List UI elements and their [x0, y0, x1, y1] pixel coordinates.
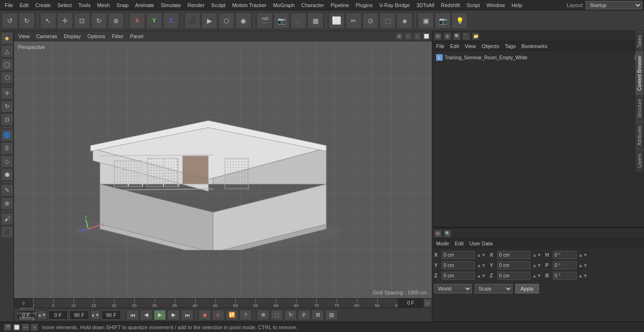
obj-menu-file[interactable]: File — [434, 43, 446, 49]
auto-key-button[interactable]: K — [212, 310, 224, 320]
attr-menu-mode[interactable]: Mode — [434, 240, 451, 247]
extrude-btn[interactable]: ⊕ — [1, 197, 13, 210]
menu-pipeline[interactable]: Pipeline — [328, 1, 352, 9]
tab-layers[interactable]: Layers — [636, 149, 644, 171]
menu-file[interactable]: File — [2, 1, 16, 9]
rotate-extra-btn[interactable]: ↻ — [284, 310, 297, 320]
menu-mesh[interactable]: Mesh — [94, 1, 113, 9]
frame-current-input[interactable] — [48, 310, 68, 320]
b-input[interactable] — [553, 272, 577, 280]
viewport-icon-4[interactable]: ⬜ — [422, 32, 430, 40]
world-dropdown[interactable]: World — [434, 284, 472, 293]
knife-button[interactable]: ⊙ — [363, 13, 379, 29]
move-tool-button[interactable]: ✛ — [57, 13, 73, 29]
x-rot-input[interactable] — [497, 251, 530, 259]
obj-toolbar-icon-4[interactable]: ⬛ — [462, 32, 470, 40]
apply-button[interactable]: Apply — [515, 284, 539, 293]
loop-button[interactable]: 🔁 — [226, 310, 238, 320]
frame-end-input[interactable] — [69, 310, 89, 320]
status-icon-render[interactable]: 🎬 — [4, 324, 11, 331]
redo-button[interactable]: ↻ — [19, 13, 35, 29]
scale-sidebar-btn[interactable]: ⊡ — [1, 113, 13, 126]
grid-btn[interactable]: ⊞ — [312, 310, 324, 320]
p-input[interactable] — [553, 261, 577, 269]
paint-button[interactable]: ✏ — [346, 13, 362, 29]
undo-button[interactable]: ↺ — [2, 13, 18, 29]
timeline-ruler[interactable]: 051015202530354045505560657075808590 — [33, 299, 397, 308]
x-axis-button[interactable]: X — [129, 13, 145, 29]
transform-tool-button[interactable]: ⊕ — [108, 13, 124, 29]
menu-help[interactable]: Help — [509, 1, 525, 9]
menu-animate[interactable]: Animate — [132, 1, 157, 9]
viewport-menu-panel[interactable]: Panel — [128, 32, 146, 40]
mirror-button[interactable]: ◈ — [396, 13, 413, 29]
play-button[interactable]: ▶ — [154, 310, 166, 320]
z-pos-input[interactable] — [442, 272, 475, 280]
menu-mograph[interactable]: MoGraph — [270, 1, 297, 9]
viewport-menu-cameras[interactable]: Cameras — [34, 32, 60, 40]
render-to-picture-button[interactable]: 📷 — [273, 13, 289, 29]
last-btn[interactable]: ▤ — [325, 310, 338, 320]
h-input[interactable] — [553, 251, 577, 259]
menu-select[interactable]: Select — [55, 1, 75, 9]
vertex-tool-btn[interactable]: ⬡ — [1, 72, 13, 84]
menu-simulate[interactable]: Simulate — [158, 1, 184, 9]
bridge-button[interactable]: ⬚ — [380, 13, 396, 29]
select-tool-button[interactable]: ↖ — [40, 13, 56, 29]
tab-takes[interactable]: Takes — [636, 31, 644, 51]
camera-button[interactable]: 📷 — [435, 13, 451, 29]
snap-tool-btn[interactable]: ⊕ — [257, 310, 269, 320]
menu-snap[interactable]: Snap — [114, 1, 132, 9]
render-active-button[interactable]: 🎥 — [290, 13, 306, 29]
frame-end-stepper[interactable]: ▲▼ — [91, 310, 100, 320]
viewport-icon-3[interactable]: ↕ — [413, 32, 421, 40]
scale-dropdown[interactable]: Scale — [475, 284, 512, 293]
z-axis-button[interactable]: Z — [163, 13, 179, 29]
tab-structure[interactable]: Structure — [636, 95, 644, 122]
menu-plugins[interactable]: Plugins — [353, 1, 375, 9]
object-tool-btn[interactable]: ◆ — [1, 32, 13, 44]
attr-toolbar-icon-1[interactable]: ⊞ — [434, 230, 442, 237]
attr-toolbar-icon-search[interactable]: 🔍 — [444, 230, 451, 237]
vertex-mode-button[interactable]: ◉ — [235, 13, 251, 29]
object-mode-button[interactable]: ⬛ — [184, 13, 200, 29]
obj-toolbar-icon-2[interactable]: ⊕ — [444, 32, 451, 40]
menu-tools[interactable]: Tools — [75, 1, 93, 9]
polygon-tool-btn[interactable]: △ — [1, 45, 13, 57]
cube-nav-button[interactable]: ⬜ — [329, 13, 345, 29]
menu-redshift[interactable]: Redshift — [438, 1, 462, 9]
sculpt-sidebar-btn[interactable]: ⬛ — [1, 226, 13, 238]
object-item-main[interactable]: L Training_Seminar_Room_Empty_White — [434, 53, 642, 62]
status-icon-close[interactable]: × — [31, 324, 38, 331]
prev-frame-button[interactable]: ◀ — [140, 310, 152, 320]
timeline-ruler-bar[interactable]: 0 051015202530354045505560657075808590 0… — [14, 298, 432, 308]
obj-menu-bookmarks[interactable]: Bookmarks — [520, 43, 549, 49]
z-rot-input[interactable] — [497, 272, 530, 280]
menu-motion-tracker[interactable]: Motion Tracker — [229, 1, 269, 9]
viewport-menu-options[interactable]: Options — [85, 32, 107, 40]
deform-btn[interactable]: ◇ — [1, 155, 13, 168]
scale-tool-button[interactable]: ⊡ — [74, 13, 90, 29]
viewport-menu-filter[interactable]: Filter — [109, 32, 125, 40]
obj-menu-view[interactable]: View — [463, 43, 478, 49]
goto-end-button[interactable]: ⏭ — [181, 310, 193, 320]
menu-sculpt[interactable]: Sculpt — [208, 1, 229, 9]
viewport-canvas[interactable]: Perspective — [14, 41, 432, 298]
rotate-tool-button[interactable]: ↻ — [91, 13, 107, 29]
edge-tool-btn[interactable]: ◯ — [1, 58, 13, 71]
obj-menu-edit[interactable]: Edit — [448, 43, 461, 49]
obj-toolbar-icon-5[interactable]: 📁 — [472, 32, 479, 40]
move-sidebar-btn[interactable]: ✛ — [1, 87, 13, 99]
next-frame-button[interactable]: ▶ — [167, 310, 180, 320]
viewport-icon-2[interactable]: ↔ — [405, 32, 412, 40]
layout-dropdown[interactable]: Startup — [586, 1, 642, 9]
menu-edit[interactable]: Edit — [17, 1, 32, 9]
pin-btn[interactable]: P — [298, 310, 310, 320]
spline-btn[interactable]: 🌀 — [1, 129, 13, 141]
menu-render[interactable]: Render — [185, 1, 207, 9]
frame-end2-input[interactable] — [101, 310, 121, 320]
attr-menu-edit[interactable]: Edit — [453, 240, 466, 247]
frame-start-stepper[interactable]: ▲▼ — [37, 310, 47, 320]
polygon-mode-button[interactable]: ▶ — [201, 13, 217, 29]
obj-toolbar-icon-3[interactable]: 🔍 — [453, 32, 461, 40]
